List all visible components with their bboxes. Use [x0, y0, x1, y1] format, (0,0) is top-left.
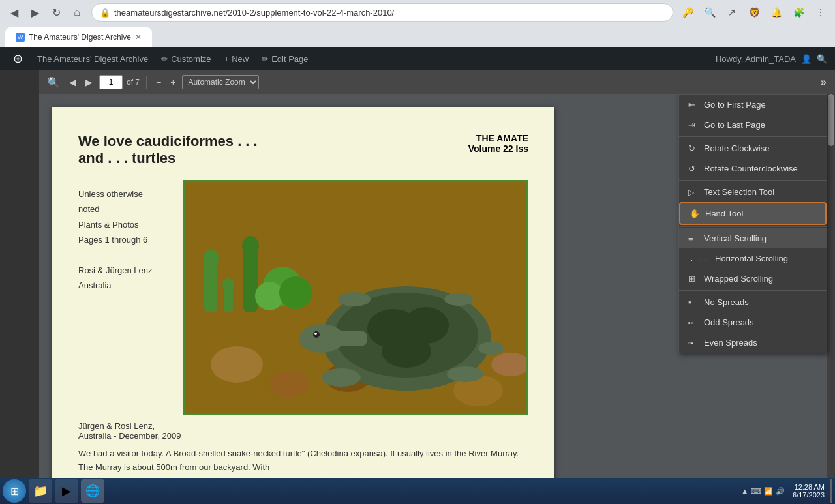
new-icon: + [224, 54, 230, 64]
howdy-text: Howdy, Admin_TADA [716, 54, 796, 64]
menu-label-horizontal-scrolling: Horizontal Scrolling [715, 254, 788, 263]
pdf-header-right: THE AMATE Volume 22 Iss [468, 133, 528, 154]
browser-share-icon[interactable]: ↗ [723, 3, 741, 22]
tray-network-icon[interactable]: 📶 [764, 487, 773, 496]
taskbar-app-media[interactable]: ▶ [55, 479, 78, 503]
zoom-select[interactable]: Automatic Zoom [182, 75, 259, 89]
svg-rect-11 [243, 247, 258, 312]
menu-item-hand-tool[interactable]: ✋ Hand Tool [679, 202, 827, 225]
wordpress-logo[interactable]: ⊕ [8, 52, 28, 66]
menu-item-horizontal-scrolling[interactable]: ⋮⋮⋮ Horizontal Scrolling [679, 248, 827, 269]
odd-spreads-icon: ▪▫ [688, 319, 699, 327]
page-total: of 7 [127, 78, 140, 87]
start-button[interactable]: ⊞ [3, 479, 26, 503]
lock-icon: 🔒 [100, 8, 110, 18]
menu-item-wrapped-scrolling[interactable]: ⊞ Wrapped Scrolling [679, 269, 827, 289]
menu-item-vertical-scrolling[interactable]: ≡ Vertical Scrolling [679, 228, 827, 248]
menu-item-no-spreads[interactable]: ▪ No Spreads [679, 292, 827, 312]
tray-keyboard-icon[interactable]: ⌨ [751, 487, 761, 496]
home-button[interactable]: ⌂ [68, 3, 86, 22]
pdf-page: We love caudiciformes . . . and . . . tu… [52, 107, 554, 478]
menu-label-no-spreads: No Spreads [704, 297, 749, 307]
browser-notification-icon[interactable]: 🔔 [767, 3, 785, 22]
menu-divider-1 [679, 136, 827, 137]
rotate-ccw-icon: ↺ [688, 164, 699, 173]
active-tab[interactable]: W The Amateurs' Digest Archive ✕ [5, 27, 152, 47]
pdf-content-area[interactable]: We love caudiciformes . . . and . . . tu… [39, 94, 835, 478]
tray-volume-icon[interactable]: 🔊 [776, 487, 785, 496]
svg-point-23 [314, 333, 317, 335]
context-menu: ⇤ Go to First Page ⇥ Go to Last Page ↻ R… [678, 94, 827, 353]
menu-label-hand-tool: Hand Tool [705, 209, 743, 218]
scrollbar-thumb[interactable] [828, 94, 834, 146]
pdf-toolbar: 🔍 ◀ ▶ of 7 − + Automatic Zoom » [39, 70, 835, 94]
svg-point-29 [478, 342, 504, 355]
go-first-icon: ⇤ [688, 100, 699, 110]
menu-item-go-to-first-page[interactable]: ⇤ Go to First Page [679, 95, 827, 115]
menu-label-go-last: Go to Last Page [704, 120, 765, 130]
browser-extension-icon[interactable]: 🧩 [789, 3, 808, 22]
clock-display: 12:28 AM 6/17/2023 [793, 483, 825, 499]
address-bar[interactable]: 🔒 theamateursdigestarchive.net/2010-2/su… [91, 3, 673, 22]
scrollbar-track[interactable] [827, 94, 835, 478]
menu-label-rotate-ccw: Rotate Counterclockwise [704, 164, 798, 173]
menu-label-vertical-scrolling: Vertical Scrolling [704, 233, 767, 243]
pdf-prev-page-button[interactable]: ◀ [67, 76, 79, 89]
menu-item-rotate-cw[interactable]: ↻ Rotate Clockwise [679, 138, 827, 158]
menu-divider-2 [679, 180, 827, 181]
customize-link[interactable]: ✏ Customize [155, 47, 217, 70]
wrapped-scroll-icon: ⊞ [688, 274, 699, 284]
browser-search-icon[interactable]: 🔍 [701, 3, 719, 22]
tray-arrow-icon[interactable]: ▲ [741, 487, 748, 495]
svg-point-26 [447, 366, 483, 382]
pdf-search-button[interactable]: 🔍 [44, 75, 63, 90]
pdf-main-content: Unless otherwise noted Plants & Photos P… [78, 180, 528, 415]
menu-item-rotate-ccw[interactable]: ↺ Rotate Counterclockwise [679, 158, 827, 179]
browser-menu-icon[interactable]: ⋮ [812, 3, 830, 22]
pdf-title-block: We love caudiciformes . . . and . . . tu… [78, 133, 258, 167]
menu-label-even-spreads: Even Spreads [704, 338, 757, 348]
forward-button[interactable]: ▶ [26, 3, 44, 22]
browser-action-buttons: 🔑 🔍 ↗ 🦁 🔔 🧩 ⋮ [678, 3, 830, 22]
zoom-out-button[interactable]: − [153, 76, 164, 89]
no-spreads-icon: ▪ [688, 297, 699, 307]
taskbar-app-filemanager[interactable]: 📁 [29, 479, 52, 503]
new-link[interactable]: + New [218, 47, 256, 70]
more-options-button[interactable]: » [818, 75, 830, 89]
zoom-in-button[interactable]: + [168, 76, 178, 89]
edit-icon: ✏ [262, 54, 269, 64]
avatar-icon[interactable]: 👤 [801, 54, 812, 64]
edit-page-link[interactable]: ✏ Edit Page [255, 47, 314, 70]
back-button[interactable]: ◀ [5, 3, 23, 22]
site-name-link[interactable]: The Amateurs' Digest Archive [31, 47, 155, 70]
svg-point-20 [382, 335, 431, 368]
customize-icon: ✏ [161, 54, 168, 64]
vertical-scroll-icon: ≡ [688, 233, 699, 243]
menu-label-wrapped-scrolling: Wrapped Scrolling [704, 274, 773, 284]
pdf-title-line1: We love caudiciformes . . . [78, 133, 258, 150]
refresh-button[interactable]: ↻ [47, 3, 65, 22]
show-desktop-button[interactable] [830, 479, 832, 503]
windows-icon: ⊞ [10, 485, 19, 497]
browser-brave-icon[interactable]: 🦁 [745, 3, 763, 22]
page-number-input[interactable] [99, 75, 123, 89]
address-text: theamateursdigestarchive.net/2010-2/supp… [114, 8, 394, 18]
svg-point-1 [211, 346, 263, 383]
tab-bar: W The Amateurs' Digest Archive ✕ [0, 25, 835, 47]
rotate-cw-icon: ↻ [688, 143, 699, 153]
wordpress-admin-bar: ⊕ The Amateurs' Digest Archive ✏ Customi… [0, 47, 835, 70]
browser-key-icon[interactable]: 🔑 [678, 3, 697, 22]
even-spreads-icon: ▫▪ [688, 339, 699, 347]
clock-time: 12:28 AM [795, 483, 825, 491]
menu-item-even-spreads[interactable]: ▫▪ Even Spreads [679, 333, 827, 353]
svg-point-2 [269, 371, 309, 397]
search-icon[interactable]: 🔍 [817, 54, 827, 64]
menu-item-go-to-last-page[interactable]: ⇥ Go to Last Page [679, 115, 827, 135]
menu-item-odd-spreads[interactable]: ▪▫ Odd Spreads [679, 312, 827, 333]
menu-item-text-selection[interactable]: ▷ Text Selection Tool [679, 182, 827, 202]
pdf-next-page-button[interactable]: ▶ [83, 76, 95, 89]
menu-divider-4 [679, 290, 827, 291]
taskbar-app-chrome[interactable]: 🌐 [81, 479, 104, 503]
turtle-scene-svg [185, 182, 528, 415]
tab-close-button[interactable]: ✕ [135, 33, 142, 42]
